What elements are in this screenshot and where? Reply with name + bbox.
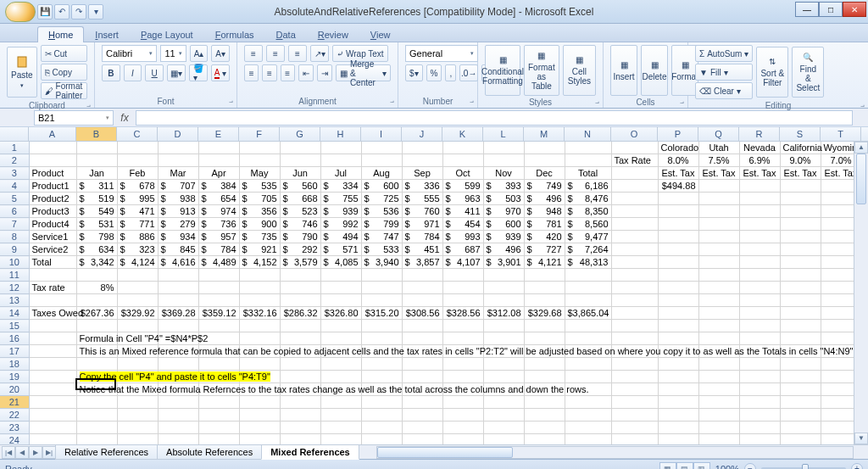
cell-G22[interactable] [280, 409, 320, 422]
cell-O14[interactable] [611, 307, 658, 320]
cell-P11[interactable] [658, 269, 698, 282]
last-sheet-button[interactable]: ▶| [42, 446, 56, 459]
cut-button[interactable]: ✂ Cut [41, 45, 87, 62]
cell-Q4[interactable] [698, 180, 739, 193]
cell-K24[interactable] [442, 434, 483, 445]
cell-K13[interactable] [442, 294, 483, 307]
cell-J11[interactable] [402, 269, 442, 282]
cell-J13[interactable] [402, 294, 442, 307]
cell-B22[interactable] [76, 409, 117, 422]
fx-button[interactable]: fx [117, 110, 132, 126]
col-header-K[interactable]: K [442, 127, 483, 141]
cell-R1[interactable]: Nevada [739, 142, 780, 154]
cell-P9[interactable] [658, 243, 698, 256]
horizontal-scrollbar[interactable] [376, 446, 854, 459]
row-header-9[interactable]: 9 [0, 243, 29, 256]
cell-O6[interactable] [611, 205, 658, 218]
cell-K5[interactable]: $963 [442, 193, 483, 205]
row-header-3[interactable]: 3 [0, 167, 29, 180]
cell-M23[interactable] [524, 422, 565, 434]
office-button[interactable] [5, 2, 36, 22]
cell-Q19[interactable] [698, 371, 739, 383]
row-header-8[interactable]: 8 [0, 231, 29, 243]
cell-H8[interactable]: $494 [320, 231, 361, 243]
cell-J5[interactable]: $555 [402, 193, 442, 205]
cell-C10[interactable]: $4,124 [117, 256, 158, 269]
cell-I16[interactable] [361, 332, 402, 345]
cell-C6[interactable]: $471 [117, 205, 158, 218]
cell-D6[interactable]: $913 [158, 205, 198, 218]
cell-B20[interactable]: Notice that the Mixed formula Refernces … [76, 383, 117, 396]
cell-R6[interactable] [739, 205, 780, 218]
align-bottom-button[interactable]: ≡ [288, 45, 307, 62]
cell-K18[interactable] [442, 358, 483, 371]
cell-E11[interactable] [198, 269, 239, 282]
cell-N23[interactable] [565, 422, 611, 434]
cell-S3[interactable]: Est. Tax [780, 167, 821, 180]
cell-styles-button[interactable]: ▦Cell Styles [563, 45, 596, 96]
cell-J4[interactable]: $336 [402, 180, 442, 193]
conditional-formatting-button[interactable]: ▦Conditional Formatting [485, 45, 520, 96]
cell-I24[interactable] [361, 434, 402, 445]
row-header-10[interactable]: 10 [0, 256, 29, 269]
cell-K22[interactable] [442, 409, 483, 422]
increase-decimal-button[interactable]: .0→ [459, 64, 478, 81]
cell-S1[interactable]: California [780, 142, 821, 154]
qat-save[interactable]: 💾 [37, 4, 53, 20]
cell-L12[interactable] [483, 282, 524, 294]
cell-L10[interactable]: $3,901 [483, 256, 524, 269]
cell-H4[interactable]: $334 [320, 180, 361, 193]
cell-E9[interactable]: $784 [198, 243, 239, 256]
cell-I4[interactable]: $600 [361, 180, 402, 193]
maximize-button[interactable]: □ [819, 2, 843, 17]
row-header-7[interactable]: 7 [0, 218, 29, 231]
sheet-tab-absolute-references[interactable]: Absolute References [157, 445, 262, 460]
cell-L9[interactable]: $496 [483, 243, 524, 256]
cell-D24[interactable] [158, 434, 198, 445]
cell-E5[interactable]: $654 [198, 193, 239, 205]
cell-I15[interactable] [361, 320, 402, 332]
cell-O24[interactable] [611, 434, 658, 445]
cell-B6[interactable]: $549 [76, 205, 117, 218]
cell-J1[interactable] [402, 142, 442, 154]
cell-F14[interactable]: $332.16 [239, 307, 280, 320]
cell-C17[interactable] [117, 345, 158, 358]
cell-O3[interactable] [611, 167, 658, 180]
cell-S2[interactable]: 9.0% [780, 154, 821, 167]
cell-R16[interactable] [739, 332, 780, 345]
cell-R20[interactable] [739, 383, 780, 396]
cell-P5[interactable] [658, 193, 698, 205]
shrink-font-button[interactable]: A▾ [211, 45, 230, 62]
cell-K3[interactable]: Oct [442, 167, 483, 180]
cell-E20[interactable] [198, 383, 239, 396]
format-painter-button[interactable]: 🖌 Format Painter [41, 82, 87, 99]
align-middle-button[interactable]: ≡ [266, 45, 285, 62]
cell-Q3[interactable]: Est. Tax [698, 167, 739, 180]
scroll-up-arrow[interactable]: ▲ [854, 142, 868, 154]
cell-M20[interactable] [524, 383, 565, 396]
cell-M15[interactable] [524, 320, 565, 332]
cell-G21[interactable] [280, 396, 320, 409]
cell-R7[interactable] [739, 218, 780, 231]
cell-H16[interactable] [320, 332, 361, 345]
cell-C1[interactable] [117, 142, 158, 154]
cell-K19[interactable] [442, 371, 483, 383]
cell-L5[interactable]: $503 [483, 193, 524, 205]
zoom-out-button[interactable]: − [744, 463, 756, 470]
row-header-20[interactable]: 20 [0, 383, 29, 396]
cell-L4[interactable]: $393 [483, 180, 524, 193]
cell-F20[interactable] [239, 383, 280, 396]
normal-view-button[interactable]: ▦ [659, 462, 676, 470]
cell-B16[interactable]: Formula in Cell "P4" =$N4*P$2 [76, 332, 117, 345]
cell-G20[interactable] [280, 383, 320, 396]
cell-K12[interactable] [442, 282, 483, 294]
cell-E21[interactable] [198, 396, 239, 409]
cell-A22[interactable] [29, 409, 76, 422]
sheet-tab-mixed-references[interactable]: Mixed References [261, 445, 359, 460]
cell-S13[interactable] [780, 294, 821, 307]
cell-L14[interactable]: $312.08 [483, 307, 524, 320]
cell-F2[interactable] [239, 154, 280, 167]
cell-O10[interactable] [611, 256, 658, 269]
cell-S12[interactable] [780, 282, 821, 294]
cell-G18[interactable] [280, 358, 320, 371]
